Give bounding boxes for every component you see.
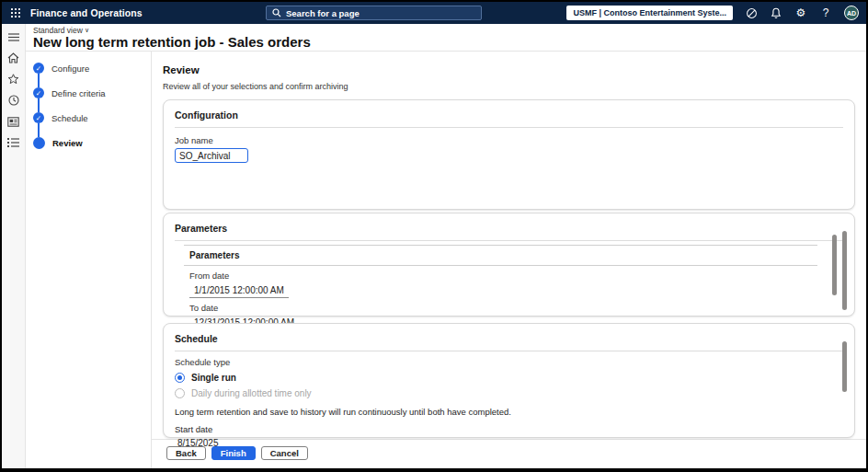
- step-label-configure: Configure: [51, 63, 89, 74]
- favorites-star-icon[interactable]: [7, 73, 20, 86]
- job-name-input[interactable]: [175, 148, 248, 163]
- parameters-inner-scrollbar[interactable]: [832, 235, 837, 295]
- wizard-step-define-criteria[interactable]: Define criteria: [33, 87, 151, 98]
- workspaces-icon[interactable]: [7, 115, 20, 128]
- parameters-card-header: Parameters: [175, 213, 843, 241]
- search-icon: [272, 8, 281, 17]
- search-placeholder: Search for a page: [286, 8, 360, 18]
- schedule-type-label: Schedule type: [175, 357, 843, 367]
- from-date-field[interactable]: 1/1/2015 12:00:00 AM: [189, 284, 289, 298]
- home-icon[interactable]: [7, 52, 20, 64]
- step-completed-check-icon: [33, 63, 44, 74]
- step-label-schedule: Schedule: [51, 113, 88, 123]
- top-navbar: Finance and Operations Search for a page…: [2, 2, 866, 24]
- wizard-step-configure[interactable]: Configure: [33, 63, 151, 74]
- left-nav-rail: [2, 24, 26, 468]
- configuration-card: Configuration Job name: [163, 99, 855, 210]
- app-title: Finance and Operations: [30, 7, 143, 18]
- chevron-down-icon: ∨: [85, 27, 89, 34]
- app-window: Finance and Operations Search for a page…: [2, 2, 866, 468]
- cancel-button[interactable]: Cancel: [261, 446, 308, 460]
- back-button[interactable]: Back: [166, 446, 206, 460]
- assistant-icon[interactable]: [745, 6, 758, 19]
- schedule-card-header: Schedule: [175, 324, 843, 351]
- review-content: Review Review all of your selections and…: [152, 52, 866, 468]
- schedule-card: Schedule Schedule type Single run: [163, 323, 855, 438]
- parameters-title: Parameters: [175, 223, 227, 234]
- step-connector: [38, 98, 40, 112]
- start-date-label: Start date: [175, 424, 843, 434]
- radio-daily-allotted-label: Daily during allotted time only: [191, 388, 312, 398]
- help-icon[interactable]: ?: [819, 6, 832, 19]
- schedule-scrollbar[interactable]: [842, 341, 847, 392]
- parameters-inner-panel: Parameters From date 1/1/2015 12:00:00 A…: [184, 245, 817, 330]
- notifications-bell-icon[interactable]: [770, 6, 782, 19]
- schedule-note: Long term retention and save to history …: [175, 407, 843, 417]
- radio-daily-allotted: Daily during allotted time only: [175, 388, 843, 398]
- step-connector: [38, 74, 40, 87]
- settings-gear-icon[interactable]: ⚙: [794, 6, 807, 19]
- page-header: Standard view ∨ New long term retention …: [26, 24, 866, 52]
- radio-single-run-label: Single run: [191, 373, 236, 383]
- recent-clock-icon[interactable]: [7, 94, 20, 107]
- review-heading: Review: [163, 64, 855, 75]
- step-active-dot-icon: [33, 137, 45, 149]
- app-launcher-waffle-icon[interactable]: [11, 8, 21, 18]
- company-picker-button[interactable]: USMF | Contoso Entertainment Syste...: [566, 6, 733, 20]
- wizard-steps-panel: Configure Define criteria Schedule: [26, 52, 152, 468]
- modules-list-icon[interactable]: [7, 136, 20, 149]
- step-completed-check-icon: [33, 112, 44, 123]
- configuration-card-header: Configuration: [175, 100, 843, 128]
- radio-selected-icon: [175, 373, 185, 383]
- review-subheading: Review all of your selections and confir…: [163, 82, 855, 91]
- parameters-inner-title: Parameters: [184, 246, 817, 266]
- page-search-input[interactable]: Search for a page: [266, 6, 482, 20]
- wizard-step-schedule[interactable]: Schedule: [33, 112, 151, 123]
- topbar-actions: USMF | Contoso Entertainment Syste... ⚙ …: [566, 6, 859, 20]
- parameters-outer-scrollbar[interactable]: [842, 231, 847, 310]
- user-avatar[interactable]: AD: [844, 6, 859, 20]
- parameters-card: Parameters Parameters From date 1/1/2015…: [163, 213, 855, 317]
- job-name-label: Job name: [175, 135, 843, 145]
- page-title: New long term retention job - Sales orde…: [33, 35, 866, 49]
- radio-unselected-icon: [175, 388, 185, 398]
- step-label-review: Review: [52, 138, 83, 148]
- radio-single-run[interactable]: Single run: [175, 373, 843, 383]
- to-date-label: To date: [189, 303, 817, 313]
- configuration-title: Configuration: [175, 109, 238, 121]
- step-completed-check-icon: [33, 87, 44, 98]
- start-date-value: 8/15/2025: [175, 438, 843, 448]
- from-date-label: From date: [189, 271, 817, 281]
- schedule-title: Schedule: [175, 333, 218, 344]
- wizard-step-review[interactable]: Review: [33, 137, 151, 149]
- hamburger-menu-icon[interactable]: [7, 30, 20, 43]
- finish-button[interactable]: Finish: [211, 446, 256, 460]
- screenshot-frame: Finance and Operations Search for a page…: [0, 0, 868, 472]
- step-label-define-criteria: Define criteria: [51, 88, 106, 98]
- step-connector: [38, 123, 40, 137]
